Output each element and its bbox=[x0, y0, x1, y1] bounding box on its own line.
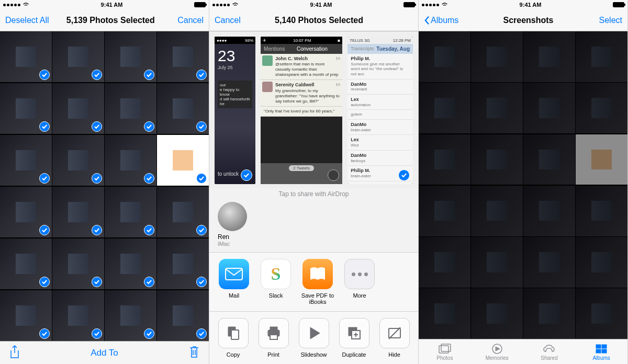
photo-thumb[interactable] bbox=[105, 31, 156, 82]
photo-thumb[interactable] bbox=[523, 83, 575, 133]
photo-thumb[interactable] bbox=[157, 290, 209, 341]
photo-thumb[interactable] bbox=[419, 237, 470, 288]
cancel-button[interactable]: Cancel bbox=[172, 16, 204, 25]
tab-bar: Photos Memories Shared Albums bbox=[419, 339, 627, 364]
preview-item[interactable]: TELUS 3G12:28 PM TranscriptsTuesday, Aug… bbox=[347, 37, 413, 184]
share-app-more[interactable]: More bbox=[342, 259, 377, 305]
photo-thumb[interactable] bbox=[471, 83, 523, 133]
copy-icon bbox=[218, 318, 249, 348]
share-app-mail[interactable]: Mail bbox=[217, 259, 251, 305]
selected-check-icon bbox=[398, 169, 410, 181]
photo-thumb[interactable] bbox=[523, 186, 575, 236]
nav-bar: Deselect All 5,139 Photos Selected Cance… bbox=[0, 9, 209, 31]
photo-thumb[interactable] bbox=[0, 238, 52, 289]
status-bar: 9:41 AM bbox=[0, 0, 209, 9]
airdrop-contact[interactable]: Ren iMac bbox=[209, 199, 418, 252]
photo-thumb[interactable] bbox=[471, 31, 523, 82]
photo-thumb[interactable] bbox=[0, 187, 52, 237]
photo-thumb[interactable] bbox=[157, 135, 209, 186]
tab-shared[interactable]: Shared bbox=[523, 339, 576, 364]
photo-thumb[interactable] bbox=[0, 135, 52, 186]
photo-thumb[interactable] bbox=[52, 83, 104, 134]
unlock-hint: to unlock bbox=[218, 171, 239, 177]
photo-thumb[interactable] bbox=[576, 288, 627, 339]
photo-thumb[interactable] bbox=[0, 83, 52, 134]
photo-thumb[interactable] bbox=[523, 134, 575, 185]
action-slideshow[interactable]: Slideshow bbox=[297, 318, 330, 358]
photo-thumb[interactable] bbox=[105, 83, 156, 134]
photo-thumb[interactable] bbox=[419, 288, 470, 339]
photo-grid[interactable] bbox=[419, 31, 627, 339]
photo-thumb[interactable] bbox=[523, 31, 575, 82]
preview-row[interactable]: ●●●●98% 23 July 25 our e happy to know d… bbox=[209, 31, 418, 188]
trash-button[interactable] bbox=[189, 345, 199, 361]
action-duplicate[interactable]: Duplicate bbox=[338, 318, 371, 358]
photo-thumb[interactable] bbox=[419, 31, 470, 82]
preview-item[interactable]: ●●●●98% 23 July 25 our e happy to know d… bbox=[215, 37, 255, 184]
chevron-left-icon bbox=[424, 16, 430, 25]
photo-thumb[interactable] bbox=[576, 83, 627, 133]
share-button[interactable] bbox=[9, 345, 20, 361]
photo-grid[interactable] bbox=[0, 31, 209, 341]
airdrop-avatar bbox=[218, 202, 247, 231]
wifi-icon bbox=[232, 2, 239, 7]
photo-thumb[interactable] bbox=[52, 238, 104, 289]
add-to-button[interactable]: Add To bbox=[91, 348, 118, 358]
photo-thumb[interactable] bbox=[576, 134, 627, 185]
photo-thumb[interactable] bbox=[471, 237, 523, 288]
photo-thumb[interactable] bbox=[157, 83, 209, 134]
photo-thumb[interactable] bbox=[523, 237, 575, 288]
photo-thumb[interactable] bbox=[105, 290, 156, 341]
svg-rect-0 bbox=[226, 268, 242, 280]
selected-check-icon bbox=[196, 277, 207, 287]
tab-photos[interactable]: Photos bbox=[419, 339, 471, 364]
lockscreen-date: July 25 bbox=[218, 65, 252, 70]
photo-thumb[interactable] bbox=[105, 135, 156, 186]
photo-thumb[interactable] bbox=[157, 31, 209, 82]
svg-rect-10 bbox=[441, 344, 451, 351]
back-albums-button[interactable]: Albums bbox=[424, 16, 466, 25]
photo-thumb[interactable] bbox=[419, 186, 470, 236]
status-bar: 9:41 AM bbox=[419, 0, 627, 9]
photo-thumb[interactable] bbox=[471, 134, 523, 185]
tab-albums[interactable]: Albums bbox=[575, 339, 627, 364]
photo-thumb[interactable] bbox=[157, 238, 209, 289]
photo-thumb[interactable] bbox=[52, 187, 104, 237]
photo-thumb[interactable] bbox=[471, 186, 523, 236]
photo-thumb[interactable] bbox=[52, 31, 104, 82]
action-hide[interactable]: Hide bbox=[378, 318, 411, 358]
selected-check-icon bbox=[92, 121, 102, 132]
action-print[interactable]: Print bbox=[257, 318, 290, 358]
photo-thumb[interactable] bbox=[52, 135, 104, 186]
action-copy[interactable]: Copy bbox=[217, 318, 250, 358]
share-actions-row: Copy Print Slideshow Duplicate Hide bbox=[209, 311, 418, 364]
preview-item[interactable]: ✈10:07 PM■ Mentions Conversation 1hJohn … bbox=[261, 37, 342, 184]
photo-thumb[interactable] bbox=[52, 290, 104, 341]
photo-thumb[interactable] bbox=[419, 134, 470, 185]
photo-thumb[interactable] bbox=[523, 288, 575, 339]
battery-icon bbox=[613, 2, 624, 7]
trash-icon bbox=[189, 345, 199, 359]
share-app-slack[interactable]: S Slack bbox=[259, 259, 293, 305]
photo-thumb[interactable] bbox=[419, 83, 470, 133]
photo-thumb[interactable] bbox=[0, 290, 52, 341]
select-button[interactable]: Select bbox=[591, 16, 622, 25]
tab-memories[interactable]: Memories bbox=[471, 339, 523, 364]
selected-check-icon bbox=[144, 277, 154, 287]
photo-thumb[interactable] bbox=[157, 187, 209, 237]
photo-thumb[interactable] bbox=[105, 238, 156, 289]
photo-thumb[interactable] bbox=[576, 237, 627, 288]
photo-thumb[interactable] bbox=[471, 288, 523, 339]
more-icon bbox=[344, 259, 375, 289]
photo-thumb[interactable] bbox=[105, 187, 156, 237]
photo-thumb[interactable] bbox=[576, 186, 627, 236]
status-time: 9:41 AM bbox=[101, 2, 123, 8]
photo-thumb[interactable] bbox=[576, 31, 627, 82]
cancel-button[interactable]: Cancel bbox=[215, 16, 256, 25]
photo-thumb[interactable] bbox=[0, 31, 52, 82]
share-app-ibooks[interactable]: Save PDF to iBooks bbox=[300, 259, 335, 305]
lockscreen-date-num: 23 bbox=[218, 47, 252, 65]
deselect-all-button[interactable]: Deselect All bbox=[5, 16, 49, 25]
duplicate-icon bbox=[339, 318, 369, 348]
status-time: 9:41 AM bbox=[310, 2, 332, 8]
